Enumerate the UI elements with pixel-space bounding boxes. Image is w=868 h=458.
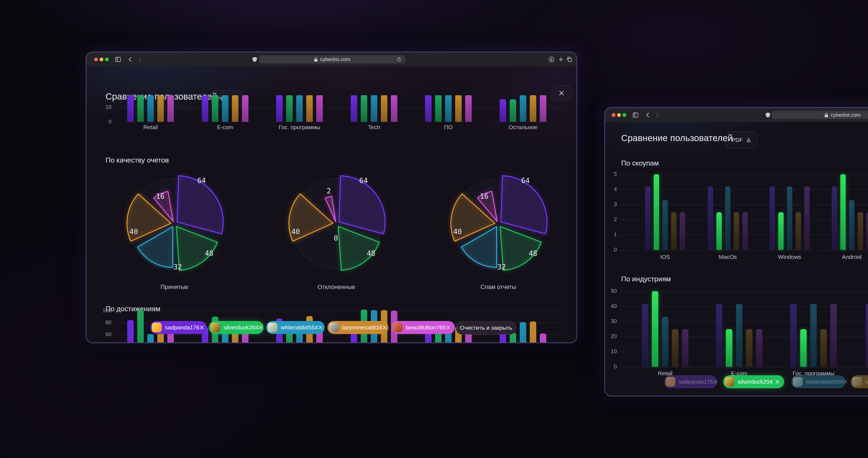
reload-icon[interactable]	[397, 57, 401, 63]
bar-sadpanda176	[645, 186, 650, 250]
pie-value-label: 64	[359, 177, 368, 185]
chip-close-icon[interactable]	[382, 325, 387, 330]
section-title-quality: По качеству очетов	[105, 156, 169, 164]
traffic-light-minimize-icon[interactable]	[99, 58, 103, 61]
downloads-icon[interactable]	[548, 56, 555, 63]
bar-beautifullion765	[167, 95, 174, 122]
pie-value-label: 48	[367, 249, 375, 257]
bar-beautifullion765	[680, 212, 685, 250]
pie-value-label: 32	[173, 263, 182, 271]
bar-sadpanda176	[351, 95, 357, 122]
user-chip-sadpanda176[interactable]: sadpanda176	[664, 375, 717, 388]
chip-username: sadpanda176	[679, 378, 713, 385]
chip-close-icon[interactable]	[713, 379, 718, 384]
pie-value-label: 40	[453, 227, 462, 236]
traffic-light-minimize-icon[interactable]	[617, 113, 621, 117]
bar-sadpanda176	[708, 186, 713, 250]
bar-sadpanda176	[127, 95, 134, 122]
bar-whiterabbit554	[520, 95, 526, 122]
browser-window-left: cyberlist.com Сравнение пользователей PD…	[86, 52, 577, 343]
y-tick-label: 0	[98, 119, 112, 125]
y-tick-label: 10	[98, 104, 112, 110]
category-label: Гос. программы	[270, 124, 329, 130]
bar-silverduck204	[840, 174, 846, 250]
user-chip-sadpanda176[interactable]: sadpanda176	[150, 321, 207, 334]
sidebar-toggle-icon[interactable]	[115, 56, 121, 63]
chip-close-icon[interactable]	[199, 325, 204, 330]
address-bar[interactable]: cyberlist.com	[259, 55, 405, 63]
traffic-light-close-icon[interactable]	[612, 113, 616, 117]
bar-beautifullion765	[540, 95, 546, 122]
bar-lazymeercat616	[858, 212, 863, 250]
browser-toolbar: cyberlist.com	[605, 108, 868, 122]
user-chip-beautifullion765[interactable]: beautifullion765	[391, 321, 455, 334]
pie-value-label: 2	[327, 187, 331, 195]
bar-silverduck204	[212, 95, 218, 122]
chip-close-icon[interactable]	[775, 379, 780, 384]
back-icon[interactable]	[645, 112, 651, 118]
pdf-export-button[interactable]: PDF	[726, 132, 757, 148]
chip-close-icon[interactable]	[318, 325, 323, 330]
clear-and-close-button[interactable]: Очистить и закрыть	[456, 321, 516, 335]
chip-close-icon[interactable]	[843, 379, 848, 384]
user-chip-silverduck204[interactable]: silverduck204	[209, 321, 264, 334]
user-chip-whiterabbit554[interactable]: whiterabbit554	[791, 375, 845, 388]
bar-lazymeercat616	[157, 95, 164, 122]
chip-close-icon[interactable]	[446, 325, 451, 330]
back-icon[interactable]	[127, 56, 134, 63]
pie-caption: Отклоненные	[285, 283, 388, 291]
bar-whiterabbit554	[787, 186, 792, 250]
forward-icon[interactable]	[654, 112, 660, 118]
bar-lazymeercat616	[455, 95, 462, 122]
address-bar[interactable]: cyberlist.com	[772, 111, 868, 119]
pie-value-label: 64	[197, 177, 206, 185]
bar-silverduck204	[800, 329, 807, 367]
user-chip-silverduck204[interactable]: silverduck204	[723, 375, 784, 388]
user-chip-lazymeercat616[interactable]: lazymeercat616	[850, 375, 868, 388]
avatar	[793, 377, 803, 387]
shield-icon[interactable]	[765, 112, 771, 118]
y-tick-label: 1	[604, 232, 617, 238]
bar-silverduck204	[361, 95, 367, 122]
desktop-background: cyberlist.com Сравнение пользователей PD…	[0, 0, 868, 458]
bar-lazymeercat616	[306, 95, 313, 122]
avatar	[725, 377, 735, 387]
y-tick-label: 20	[604, 333, 617, 339]
page-title: Сравнение пользователей	[621, 133, 733, 143]
gridline	[115, 107, 560, 108]
chart-industries-overview	[115, 95, 560, 122]
shield-icon[interactable]	[251, 56, 258, 63]
traffic-light-zoom-icon[interactable]	[622, 113, 626, 117]
bar-lazymeercat616	[671, 212, 677, 250]
traffic-light-zoom-icon[interactable]	[105, 58, 109, 61]
category-label: Остальное	[493, 124, 553, 130]
bar-silverduck204	[137, 95, 144, 122]
bar-sadpanda176	[832, 186, 837, 250]
chip-username: lazymeercat616	[865, 378, 868, 385]
forward-icon[interactable]	[136, 56, 143, 63]
tab-overview-icon[interactable]	[566, 56, 572, 63]
pie-value-label: 0	[334, 234, 338, 242]
bar-whiterabbit554	[810, 304, 817, 367]
bar-lazymeercat616	[530, 322, 536, 343]
section-title-industries: По индустриям	[621, 275, 671, 283]
traffic-light-close-icon[interactable]	[94, 58, 98, 61]
chip-close-icon[interactable]	[258, 325, 263, 330]
bar-lazymeercat616	[672, 329, 678, 367]
section-title-scopes: По скоупам	[621, 159, 659, 167]
user-chip-lazymeercat616[interactable]: lazymeercat616	[328, 321, 389, 334]
lock-icon	[824, 113, 828, 118]
pie-value-label: 40	[291, 227, 300, 236]
y-tick-label: 40	[604, 303, 617, 309]
bar-sadpanda176	[425, 95, 432, 122]
bar-beautifullion765	[742, 212, 748, 250]
bar-beautifullion765	[465, 95, 472, 122]
bar-silverduck204	[716, 212, 722, 250]
chip-username: sadpanda176	[165, 324, 199, 331]
bar-silverduck204	[652, 291, 658, 367]
bar-beautifullion765	[756, 329, 763, 367]
new-tab-icon[interactable]	[558, 56, 564, 63]
category-label: Retail	[121, 124, 180, 130]
user-chip-whiterabbit554[interactable]: whiterabbit554	[266, 321, 325, 334]
sidebar-toggle-icon[interactable]	[632, 112, 639, 118]
